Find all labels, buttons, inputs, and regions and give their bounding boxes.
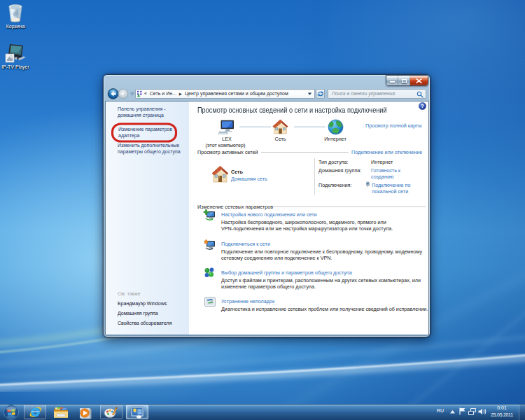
- svg-text:?: ?: [421, 103, 424, 109]
